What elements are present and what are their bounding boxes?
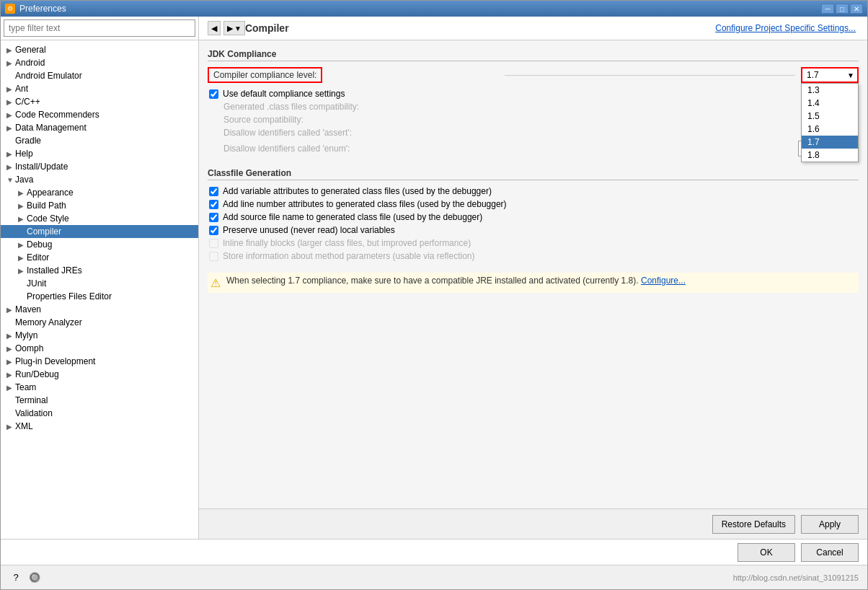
forward-button[interactable]: ▶ ▼ <box>223 21 245 35</box>
add-line-checkbox[interactable] <box>209 200 218 209</box>
sidebar-item-cpp[interactable]: ▶ C/C++ <box>1 95 198 108</box>
sidebar-item-mylyn[interactable]: ▶ Mylyn <box>1 329 198 342</box>
back-button[interactable]: ◀ <box>208 21 221 35</box>
sidebar-item-label: Memory Analyzer <box>15 317 82 327</box>
warning-text: When selecting 1.7 compliance, make sure… <box>226 276 686 286</box>
dropdown-option-1-7[interactable]: 1.7 <box>802 136 858 149</box>
sidebar-item-memory-analyzer[interactable]: Memory Analyzer <box>1 316 198 329</box>
sidebar-item-android[interactable]: ▶ Android <box>1 56 198 69</box>
sidebar-item-junit[interactable]: JUnit <box>1 277 198 290</box>
compliance-dropdown-value: 1.7 <box>807 70 819 80</box>
arrow-icon: ▶ <box>18 241 27 249</box>
info-icon[interactable]: 🔘 <box>28 571 41 584</box>
sidebar-item-compiler[interactable]: Compiler <box>1 225 198 238</box>
checkbox-row-store: Store information about method parameter… <box>208 251 859 261</box>
source-compat-field-row: Source compatibility: <box>208 115 859 125</box>
compliance-dropdown[interactable]: 1.7 ▼ <box>801 67 859 83</box>
arrow-icon: ▶ <box>6 124 15 132</box>
sidebar-item-oomph[interactable]: ▶ Oomph <box>1 342 198 355</box>
sidebar-item-appearance[interactable]: ▶ Appearance <box>1 186 198 199</box>
sidebar-item-help[interactable]: ▶ Help <box>1 147 198 160</box>
close-button[interactable]: ✕ <box>850 4 863 14</box>
sidebar-item-java[interactable]: ▼ Java <box>1 173 198 186</box>
dropdown-option-1-3[interactable]: 1.3 <box>802 84 858 97</box>
dropdown-option-1-4[interactable]: 1.4 <box>802 97 858 110</box>
preferences-window: ⚙ Preferences ─ □ ✕ ▶ General ▶ Android <box>0 0 868 590</box>
panel-title: Compiler <box>245 22 289 34</box>
arrow-icon: ▶ <box>6 98 15 106</box>
ok-cancel-bar: OK Cancel <box>1 539 867 565</box>
arrow-icon: ▶ <box>6 163 15 171</box>
sidebar-item-maven[interactable]: ▶ Maven <box>1 303 198 316</box>
warning-row: ⚠ When selecting 1.7 compliance, make su… <box>208 273 859 293</box>
sidebar-item-ant[interactable]: ▶ Ant <box>1 82 198 95</box>
sidebar-item-code-recommenders[interactable]: ▶ Code Recommenders <box>1 108 198 121</box>
sidebar-item-label: Appearance <box>27 188 74 198</box>
arrow-icon: ▶ <box>18 202 27 210</box>
sidebar-item-run-debug[interactable]: ▶ Run/Debug <box>1 368 198 381</box>
arrow-icon: ▼ <box>6 176 15 184</box>
arrow-icon <box>18 293 27 301</box>
preserve-label: Preserve unused (never read) local varia… <box>223 225 395 235</box>
assert-field-row: Disallow identifiers called 'assert': <box>208 128 859 138</box>
add-source-checkbox[interactable] <box>209 213 218 222</box>
cancel-button[interactable]: Cancel <box>801 543 859 562</box>
restore-defaults-button[interactable]: Restore Defaults <box>712 515 795 534</box>
sidebar-item-label: Android Emulator <box>15 71 82 81</box>
sidebar-item-gradle[interactable]: Gradle <box>1 134 198 147</box>
footer: ? 🔘 http://blog.csdn.net/sinat_31091215 <box>1 565 867 589</box>
sidebar-item-label: Validation <box>15 408 53 418</box>
sidebar-item-terminal[interactable]: Terminal <box>1 394 198 407</box>
sidebar-item-android-emulator[interactable]: Android Emulator <box>1 69 198 82</box>
minimize-button[interactable]: ─ <box>821 4 834 14</box>
sidebar-item-general[interactable]: ▶ General <box>1 43 198 56</box>
sidebar-item-xml[interactable]: ▶ XML <box>1 420 198 433</box>
dropdown-option-1-6[interactable]: 1.6 <box>802 123 858 136</box>
sidebar-item-label: Mylyn <box>15 330 37 340</box>
arrow-icon: ▶ <box>18 267 27 275</box>
sidebar-item-label: Compiler <box>27 226 61 237</box>
arrow-icon: ▶ <box>18 215 27 223</box>
sidebar-item-properties-files-editor[interactable]: Properties Files Editor <box>1 290 198 303</box>
sidebar-item-debug[interactable]: ▶ Debug <box>1 238 198 251</box>
bottom-bar: Restore Defaults Apply <box>199 508 867 539</box>
sidebar-item-label: Build Path <box>27 201 66 211</box>
sidebar-item-build-path[interactable]: ▶ Build Path <box>1 199 198 212</box>
inline-checkbox[interactable] <box>209 239 218 248</box>
preserve-checkbox[interactable] <box>209 226 218 235</box>
sidebar-item-label: Editor <box>27 252 49 263</box>
apply-button[interactable]: Apply <box>801 515 859 534</box>
sidebar-item-team[interactable]: ▶ Team <box>1 381 198 394</box>
dropdown-option-1-5[interactable]: 1.5 <box>802 110 858 123</box>
store-checkbox[interactable] <box>209 252 218 261</box>
use-default-checkbox[interactable] <box>209 89 218 99</box>
configure-project-link[interactable]: Configure Project Specific Settings... <box>715 23 859 33</box>
sidebar-item-data-management[interactable]: ▶ Data Management <box>1 121 198 134</box>
arrow-icon: ▶ <box>6 358 15 366</box>
sidebar-item-label: Debug <box>27 239 52 250</box>
footer-icons: ? 🔘 <box>9 571 41 584</box>
help-icon[interactable]: ? <box>9 571 22 584</box>
sidebar-item-code-style[interactable]: ▶ Code Style <box>1 212 198 225</box>
maximize-button[interactable]: □ <box>836 4 849 14</box>
sidebar-item-installed-jres[interactable]: ▶ Installed JREs <box>1 264 198 277</box>
sidebar-item-editor[interactable]: ▶ Editor <box>1 251 198 264</box>
sidebar-item-plug-in-development[interactable]: ▶ Plug-in Development <box>1 355 198 368</box>
dropdown-option-1-8[interactable]: 1.8 <box>802 149 858 162</box>
sidebar-item-label: Ant <box>15 84 28 94</box>
store-label: Store information about method parameter… <box>223 251 475 261</box>
sidebar-item-install-update[interactable]: ▶ Install/Update <box>1 160 198 173</box>
arrow-icon <box>18 228 27 236</box>
sidebar-item-label: C/C++ <box>15 97 40 107</box>
configure-link[interactable]: Configure... <box>641 276 686 286</box>
add-variable-checkbox[interactable] <box>209 187 218 196</box>
sidebar-item-label: Installed JREs <box>27 265 82 276</box>
search-input[interactable] <box>4 19 195 37</box>
titlebar-buttons: ─ □ ✕ <box>821 4 863 14</box>
sidebar-item-validation[interactable]: Validation <box>1 407 198 420</box>
sidebar-item-label: Terminal <box>15 395 48 405</box>
sidebar-item-label: Install/Update <box>15 162 68 172</box>
arrow-icon: ▶ <box>6 371 15 379</box>
compliance-label-box: Compiler compliance level: <box>208 67 322 83</box>
ok-button[interactable]: OK <box>738 543 795 562</box>
